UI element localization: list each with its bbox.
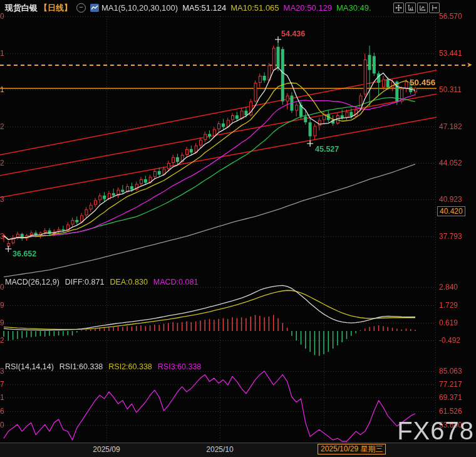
rsi-axis-left-fragment: 3 — [0, 367, 4, 376]
ma10-value: MA10:51.065 — [230, 3, 279, 13]
auto-scale-x-icon[interactable] — [417, 3, 428, 13]
macd-axis-left-fragment: 9 — [0, 318, 4, 327]
price-axis-left-fragment: 1 — [0, 49, 4, 58]
rsi3-value: RSI3:60.338 — [158, 362, 202, 371]
price-axis-label: 37.793 — [439, 232, 462, 241]
auto-scale-y-icon[interactable] — [405, 3, 416, 13]
price-axis-left-fragment: 3 — [0, 232, 4, 241]
rsi-axis-label: 85.063 — [439, 367, 462, 376]
price-alert-arrow-icon: ➤ — [467, 61, 472, 69]
price-axis-label: 40.923 — [439, 195, 462, 204]
chart-toolbar — [393, 3, 440, 13]
price-axis-left-fragment: 2 — [0, 122, 4, 131]
rsi-axis-label: 77.217 — [439, 380, 462, 389]
rsi-axis-left-fragment: 7 — [0, 380, 4, 389]
goto-latest-icon[interactable] — [429, 3, 440, 13]
ma20-value: MA20:50.129 — [284, 3, 332, 13]
rsi-axis-label: 61.526 — [439, 407, 462, 416]
ma30-value: MA30:49. — [336, 3, 371, 13]
macd-axis-label: 0.619 — [439, 318, 458, 327]
macd-axis-left-fragment: 0 — [0, 283, 4, 292]
rsi-axis-left-fragment: 1 — [0, 393, 4, 402]
macd-axis-label: -0.492 — [439, 336, 460, 345]
indicator-chart-icon[interactable] — [90, 4, 99, 12]
macd-axis-label: 1.729 — [439, 301, 458, 310]
price-axis-left-fragment: 0 — [0, 12, 4, 21]
macd-dea-value: DEA:0.830 — [110, 278, 147, 286]
ma-settings-label: MA1(5,10,20,30,100) — [101, 3, 178, 13]
high-price-annotation: 54.436 — [281, 29, 305, 38]
macd-panel-header: MACD(26,12,9) DIFF:0.871 DEA:0.830 MACD:… — [5, 278, 198, 286]
macd-title: MACD(26,12,9) — [5, 278, 59, 286]
fx678-watermark: FX678 — [397, 417, 474, 445]
instrument-name: 现货白银 — [5, 3, 38, 14]
time-tick-label: 2025/09 — [93, 445, 120, 454]
period-selector[interactable]: 【日线】 — [39, 3, 72, 14]
price-axis-label: 44.052 — [439, 159, 462, 167]
rsi-title: RSI(14,14,14) — [5, 362, 54, 371]
time-tick-label: 2025/10 — [206, 445, 233, 454]
macd-diff-value: DIFF:0.871 — [65, 278, 105, 286]
price-axis-label: 50.311 — [439, 85, 462, 94]
price-axis-left-fragment: 1 — [0, 85, 4, 94]
collapse-icon[interactable]: − — [76, 3, 86, 13]
rsi-axis-left-fragment: 0 — [0, 421, 4, 429]
macd-axis-left-fragment: 2 — [0, 336, 4, 345]
time-axis-bar[interactable]: 2025/092025/10 2025/10/29 星期三 — [0, 443, 476, 457]
chart-canvas[interactable] — [0, 0, 476, 457]
macd-axis-label: 2.840 — [439, 283, 458, 292]
swing-low-annotation: 45.527 — [315, 145, 339, 154]
price-axis-label: 47.182 — [439, 122, 462, 131]
rsi1-value: RSI1:60.338 — [59, 362, 103, 371]
price-axis-label: 53.441 — [439, 49, 462, 58]
current-price-label: 50.456 — [408, 78, 437, 87]
price-axis-left-fragment: 2 — [0, 159, 4, 167]
rsi-axis-label: 69.371 — [439, 393, 462, 402]
rsi-panel-header: RSI(14,14,14) RSI1:60.338 RSI2:60.338 RS… — [5, 362, 201, 371]
macd-axis-left-fragment: 9 — [0, 301, 4, 310]
macd-macd-value: MACD:0.081 — [153, 278, 199, 286]
current-date-label: 2025/10/29 星期三 — [318, 444, 386, 454]
ma5-value: MA5:51.124 — [182, 3, 226, 13]
price-axis-left-fragment: 3 — [0, 195, 4, 204]
marked-price-label: 40.420 — [437, 206, 465, 216]
trading-chart-app: 现货白银 【日线】 − MA1(5,10,20,30,100) MA5:51.1… — [0, 0, 476, 457]
pan-icon[interactable] — [393, 3, 404, 13]
start-low-annotation: 36.652 — [13, 250, 36, 258]
price-axis-label: 56.570 — [439, 12, 462, 21]
rsi-axis-left-fragment: 6 — [0, 407, 4, 416]
rsi2-value: RSI2:60.338 — [108, 362, 152, 371]
